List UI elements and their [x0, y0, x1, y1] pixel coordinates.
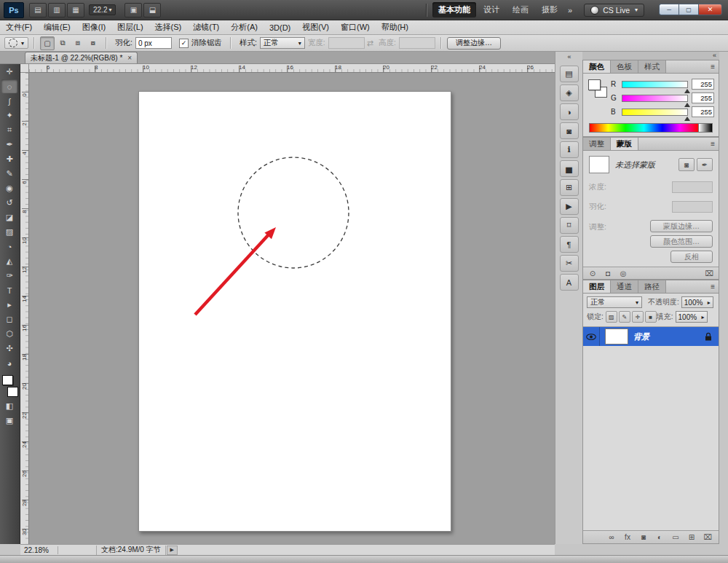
workspace-photography[interactable]: 摄影: [536, 2, 563, 17]
histogram-panel-icon[interactable]: ▅: [560, 160, 579, 177]
disable-mask-icon[interactable]: ◎: [619, 269, 628, 277]
background-color-swatch[interactable]: [7, 387, 18, 397]
clone-stamp-tool[interactable]: ◉: [1, 181, 17, 195]
layer-style-icon[interactable]: fx: [623, 533, 632, 541]
adjustments-panel-icon[interactable]: ◑: [560, 103, 579, 120]
channel-slider[interactable]: [622, 95, 688, 102]
apply-mask-icon[interactable]: ◘: [604, 269, 612, 277]
character-panel-icon[interactable]: A: [560, 274, 579, 291]
vertical-ruler[interactable]: 024681012141618202224262830: [20, 73, 29, 544]
panel-tab-masks[interactable]: 蒙版: [611, 138, 638, 150]
canvas-viewport[interactable]: [29, 73, 555, 544]
grayscale-ramp[interactable]: [698, 124, 712, 132]
new-adjustment-layer-icon[interactable]: ◐: [655, 533, 664, 541]
invert-button[interactable]: 反相: [670, 251, 713, 263]
panel-tab-channels[interactable]: 通道: [611, 280, 638, 293]
foreground-color-swatch[interactable]: [2, 375, 13, 385]
expand-dock-button[interactable]: «: [555, 52, 582, 63]
zoom-percentage-field[interactable]: 22.18%: [20, 546, 58, 554]
subtract-from-selection-icon[interactable]: ⧈: [71, 36, 85, 50]
clone-source-panel-icon[interactable]: ⌑: [560, 217, 579, 234]
info-panel-icon[interactable]: ℹ: [560, 141, 579, 158]
arrange-documents-icon[interactable]: ▣: [124, 3, 142, 17]
color-spectrum-ramp[interactable]: [590, 124, 698, 132]
layer-row-background[interactable]: 背景: [583, 327, 719, 346]
add-layer-mask-icon[interactable]: ◙: [639, 533, 648, 541]
quick-mask-icon[interactable]: ◧: [1, 399, 17, 413]
eraser-tool[interactable]: ◪: [1, 210, 17, 224]
workspace-essentials[interactable]: 基本功能: [432, 2, 476, 17]
add-to-selection-icon[interactable]: ⧉: [55, 36, 70, 50]
blend-mode-select[interactable]: 正常 ▾: [587, 296, 642, 308]
panel-menu-icon[interactable]: ≡: [707, 60, 719, 73]
paragraph-panel-icon[interactable]: ¶: [560, 236, 579, 253]
menu-image[interactable]: 图像(I): [76, 20, 111, 34]
shape-tool[interactable]: ◻: [1, 312, 17, 326]
launch-bridge-icon[interactable]: ▤: [29, 3, 47, 17]
notes-panel-icon[interactable]: ✂: [560, 255, 579, 272]
lock-all-icon[interactable]: ■: [645, 311, 657, 323]
load-selection-from-mask-icon[interactable]: ⊙: [588, 269, 597, 277]
slider-handle-icon[interactable]: [684, 117, 690, 121]
navigator-panel-icon[interactable]: ⊞: [560, 179, 579, 196]
menu-layer[interactable]: 图层(L): [111, 20, 149, 34]
slider-handle-icon[interactable]: [684, 103, 690, 107]
fill-field[interactable]: 100% ▸: [676, 311, 708, 323]
menu-window[interactable]: 窗口(W): [335, 20, 376, 34]
panel-tab-color[interactable]: 颜色: [583, 60, 611, 73]
elliptical-marquee-tool[interactable]: ◌: [1, 79, 17, 93]
move-tool[interactable]: ✛: [1, 65, 17, 79]
blur-tool[interactable]: ◔: [1, 240, 17, 253]
panel-tab-layers[interactable]: 图层: [583, 280, 611, 293]
lock-transparency-icon[interactable]: ▨: [606, 311, 617, 323]
lasso-tool[interactable]: ʃ: [1, 94, 17, 108]
path-selection-tool[interactable]: ▸: [1, 298, 17, 312]
zoom-level-control[interactable]: 22.2 ▾: [89, 4, 116, 15]
color-range-button[interactable]: 颜色范围…: [650, 235, 713, 248]
collapse-panels-button[interactable]: «: [713, 52, 716, 59]
zoom-tool[interactable]: ◕: [1, 356, 17, 370]
panel-tab-adjustments[interactable]: 调整: [583, 138, 611, 150]
menu-help[interactable]: 帮助(H): [376, 20, 414, 34]
history-brush-tool[interactable]: ↺: [1, 196, 17, 210]
screen-mode-icon[interactable]: ⬓: [143, 3, 161, 17]
layer-name[interactable]: 背景: [633, 331, 705, 342]
menu-filter[interactable]: 滤镜(T): [187, 20, 225, 34]
actions-panel-icon[interactable]: ▶: [560, 198, 579, 215]
opacity-field[interactable]: 100% ▸: [681, 296, 713, 308]
add-pixel-mask-icon[interactable]: ◙: [678, 158, 695, 171]
slider-handle-icon[interactable]: [684, 89, 690, 93]
panel-menu-icon[interactable]: ≡: [707, 280, 719, 293]
hand-tool[interactable]: ✣: [1, 342, 17, 355]
new-group-icon[interactable]: ▭: [671, 533, 680, 541]
channel-value[interactable]: 255: [692, 92, 714, 103]
layer-visibility-toggle[interactable]: [583, 327, 600, 346]
channel-slider[interactable]: [622, 109, 688, 116]
close-tab-icon[interactable]: ×: [127, 54, 132, 62]
healing-brush-tool[interactable]: ✚: [1, 152, 17, 166]
delete-mask-icon[interactable]: ⌧: [705, 269, 713, 277]
minimize-button[interactable]: ─: [659, 4, 678, 15]
brush-tool[interactable]: ✎: [1, 167, 17, 181]
menu-view[interactable]: 视图(V): [296, 20, 335, 34]
workspace-painting[interactable]: 绘画: [507, 2, 534, 17]
view-extras-icon[interactable]: ▦: [67, 3, 84, 17]
panel-tab-swatches[interactable]: 色板: [611, 60, 638, 73]
antialias-checkbox[interactable]: ✓: [179, 39, 189, 48]
status-options-button[interactable]: ▶: [167, 546, 178, 555]
feather-input[interactable]: [135, 37, 172, 49]
eyedropper-tool[interactable]: ✒: [1, 138, 17, 151]
lock-position-icon[interactable]: ✛: [632, 311, 644, 323]
gradient-tool[interactable]: ▨: [1, 225, 17, 239]
menu-3d[interactable]: 3D(D): [264, 22, 296, 34]
color-panel-swatches[interactable]: [588, 79, 607, 98]
close-button[interactable]: ✕: [698, 4, 722, 15]
document-tab[interactable]: 未标题-1 @ 22.2%(RGB/8) * ×: [25, 52, 138, 63]
more-workspaces-button[interactable]: »: [563, 6, 577, 15]
panel-menu-icon[interactable]: ≡: [707, 138, 719, 150]
add-vector-mask-icon[interactable]: ✒: [697, 158, 713, 171]
dodge-tool[interactable]: ◭: [1, 254, 17, 268]
refine-edge-button[interactable]: 调整边缘…: [447, 37, 501, 50]
tool-preset-picker[interactable]: ▾: [4, 37, 28, 49]
channel-value[interactable]: 255: [692, 106, 714, 117]
